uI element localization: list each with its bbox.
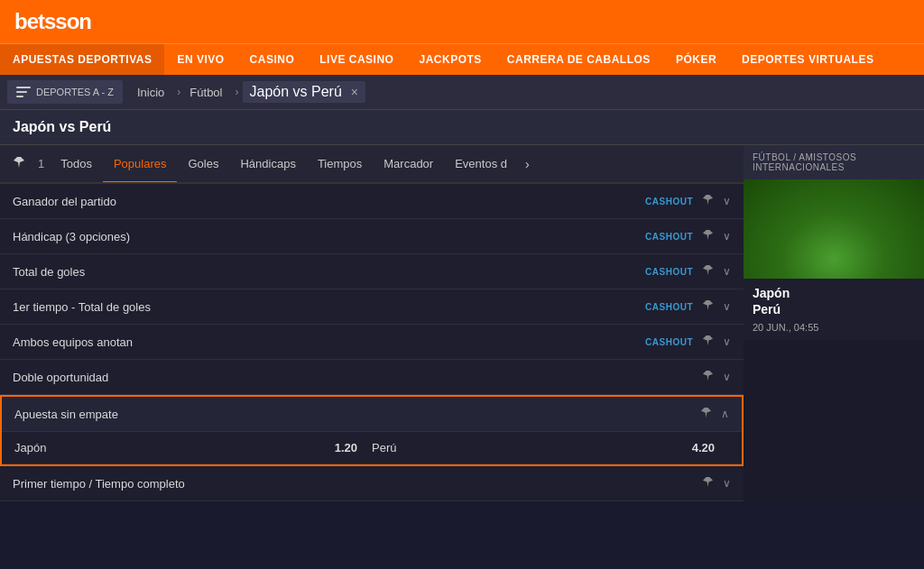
sidebar-team1: Japón xyxy=(753,286,915,300)
cashout-badge: CASHOUT xyxy=(645,232,693,242)
chevron-up-icon[interactable]: ∧ xyxy=(721,408,729,420)
grass-background xyxy=(744,179,924,279)
chevron-down-icon[interactable]: ∨ xyxy=(723,300,731,313)
bet-row-handicap[interactable]: Hándicap (3 opciones) CASHOUT ∨ xyxy=(0,219,744,254)
svg-rect-1 xyxy=(16,91,27,93)
nav-livecasino[interactable]: LIVE CASINO xyxy=(307,44,406,75)
svg-rect-0 xyxy=(16,87,31,88)
breadcrumb-inicio[interactable]: Inicio xyxy=(132,82,173,103)
breadcrumb: Inicio › Fútbol › Japón vs Perú × xyxy=(132,81,365,103)
bet-row-actions: ∨ xyxy=(702,476,731,491)
outcome-odds1[interactable]: 1.20 xyxy=(320,441,372,454)
bet-row-actions: CASHOUT ∨ xyxy=(645,299,731,314)
pin-icon[interactable] xyxy=(702,229,714,243)
chevron-down-icon[interactable]: ∨ xyxy=(723,265,731,278)
tab-tiempos[interactable]: Tiempos xyxy=(307,146,373,183)
tab-handicaps[interactable]: Hándicaps xyxy=(229,146,306,183)
breadcrumb-active: Japón vs Perú × xyxy=(243,81,365,103)
left-content: 1 Todos Populares Goles Hándicaps Tiempo… xyxy=(0,145,744,501)
pin-icon[interactable] xyxy=(702,370,714,384)
pin-icon-svg xyxy=(702,335,714,346)
tab-populares[interactable]: Populares xyxy=(103,146,178,183)
nav-envivo[interactable]: EN VIVO xyxy=(164,44,236,75)
bet-outcome-row: Japón 1.20 Perú 4.20 xyxy=(2,431,742,464)
pin-icon-svg xyxy=(702,194,714,206)
nav-jackpots[interactable]: JACKPOTS xyxy=(406,44,494,75)
tab-todos[interactable]: Todos xyxy=(50,146,103,183)
bet-row-label: Apuesta sin empate xyxy=(14,408,700,421)
cashout-badge: CASHOUT xyxy=(645,302,693,312)
bet-row-primer-tiempo[interactable]: Primer tiempo / Tiempo completo ∨ xyxy=(0,466,744,501)
bet-row-label: Ambos equipos anotan xyxy=(13,335,645,349)
pin-icon xyxy=(13,156,25,169)
page-title-bar: Japón vs Perú xyxy=(0,110,924,145)
sports-az-button[interactable]: DEPORTES A - Z xyxy=(7,80,123,104)
bet-row-actions: ∨ xyxy=(702,370,731,384)
pin-icon[interactable] xyxy=(702,194,714,208)
nav-casino[interactable]: CASINO xyxy=(237,44,308,75)
pin-icon[interactable] xyxy=(702,476,714,491)
bet-row-label: 1er tiempo - Total de goles xyxy=(13,300,645,314)
pin-icon[interactable] xyxy=(702,264,714,279)
chevron-down-icon[interactable]: ∨ xyxy=(723,335,731,348)
tab-pin-icon[interactable] xyxy=(5,145,32,182)
bet-row-doble[interactable]: Doble oportunidad ∨ xyxy=(0,360,744,395)
bet-row-label: Ganador del partido xyxy=(13,195,645,208)
bet-row-total-goles[interactable]: Total de goles CASHOUT ∨ xyxy=(0,254,744,289)
header: betsson xyxy=(0,0,924,43)
pin-icon[interactable] xyxy=(702,335,714,349)
cashout-badge: CASHOUT xyxy=(645,267,693,277)
bet-row-actions: CASHOUT ∨ xyxy=(645,335,731,349)
bet-row-apuesta-container: Apuesta sin empate ∧ Japón 1.20 Perú 4.2… xyxy=(0,395,744,466)
sidebar-category: FÚTBOL / AMISTOSOS INTERNACIONALES xyxy=(744,145,924,179)
tab-more-button[interactable]: › xyxy=(518,146,537,182)
chevron-down-icon[interactable]: ∨ xyxy=(723,477,731,490)
pin-icon-svg xyxy=(702,476,714,488)
breadcrumb-close-button[interactable]: × xyxy=(351,85,358,99)
page-title: Japón vs Perú xyxy=(13,119,111,134)
pin-icon-svg xyxy=(702,299,714,311)
bet-row-ganador[interactable]: Ganador del partido CASHOUT ∨ xyxy=(0,184,744,219)
chevron-down-icon[interactable]: ∨ xyxy=(723,230,731,243)
nav-caballos[interactable]: CARRERA DE CABALLOS xyxy=(494,44,663,75)
tab-goles[interactable]: Goles xyxy=(177,146,229,183)
pin-icon-svg xyxy=(702,229,714,241)
bet-row-label: Total de goles xyxy=(13,265,645,279)
cashout-badge: CASHOUT xyxy=(645,337,693,347)
nav-virtuales[interactable]: DEPORTES VIRTUALES xyxy=(729,44,886,75)
pin-icon[interactable] xyxy=(702,299,714,314)
breadcrumb-arrow-1: › xyxy=(177,86,180,98)
pin-icon-svg xyxy=(702,264,714,276)
pin-icon-svg xyxy=(700,407,712,418)
bet-row-apuesta-sinempate[interactable]: Apuesta sin empate ∧ xyxy=(2,397,742,431)
bet-row-actions: CASHOUT ∨ xyxy=(645,264,731,279)
outcome-odds2[interactable]: 4.20 xyxy=(678,441,729,454)
right-sidebar: FÚTBOL / AMISTOSOS INTERNACIONALES Japón… xyxy=(744,145,924,501)
main-nav: APUESTAS DEPORTIVAS EN VIVO CASINO LIVE … xyxy=(0,43,924,75)
sidebar-date: 20 JUN., 04:55 xyxy=(753,322,915,333)
cashout-badge: CASHOUT xyxy=(645,197,693,206)
breadcrumb-bar: DEPORTES A - Z Inicio › Fútbol › Japón v… xyxy=(0,75,924,110)
bet-row-actions: ∧ xyxy=(700,407,729,421)
bet-row-label: Primer tiempo / Tiempo completo xyxy=(13,477,702,491)
outcome-team2: Perú xyxy=(372,441,678,454)
tab-marcador[interactable]: Marcador xyxy=(373,146,444,183)
chevron-down-icon[interactable]: ∨ xyxy=(723,371,731,383)
breadcrumb-futbol[interactable]: Fútbol xyxy=(184,82,231,103)
nav-poker[interactable]: PÓKER xyxy=(663,44,729,75)
bet-row-ambos[interactable]: Ambos equipos anotan CASHOUT ∨ xyxy=(0,325,744,360)
outcome-team1: Japón xyxy=(14,441,320,454)
bet-row-label: Doble oportunidad xyxy=(13,371,702,384)
nav-apuestas[interactable]: APUESTAS DEPORTIVAS xyxy=(0,44,164,75)
logo: betsson xyxy=(14,9,91,34)
sidebar-match-image xyxy=(744,179,924,279)
bet-row-actions: CASHOUT ∨ xyxy=(645,194,731,208)
filter-icon xyxy=(16,85,31,99)
bet-row-actions: CASHOUT ∨ xyxy=(645,229,731,243)
tab-count: 1 xyxy=(32,146,50,181)
pin-icon[interactable] xyxy=(700,407,712,421)
chevron-down-icon[interactable]: ∨ xyxy=(723,195,731,207)
bet-row-1er-tiempo[interactable]: 1er tiempo - Total de goles CASHOUT ∨ xyxy=(0,289,744,325)
tab-eventos[interactable]: Eventos d xyxy=(444,146,518,183)
bet-list: Ganador del partido CASHOUT ∨ Hándicap (… xyxy=(0,184,744,501)
